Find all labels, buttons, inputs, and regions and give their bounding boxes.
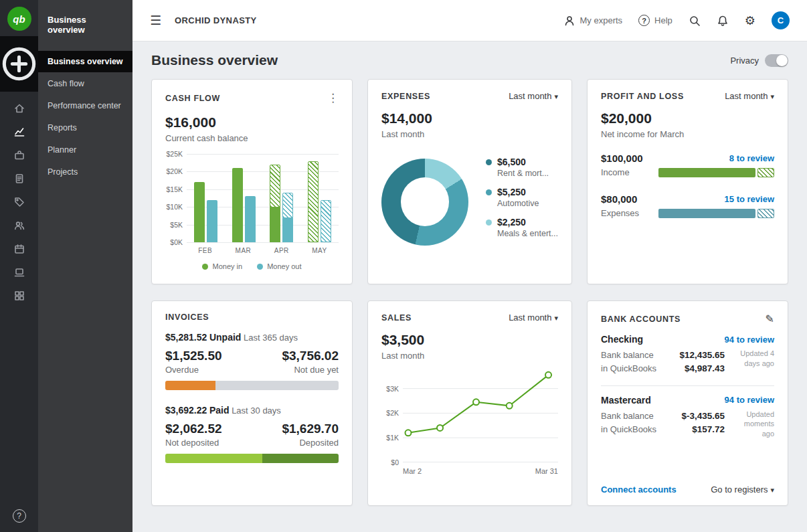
invoices-unpaid-bar[interactable] [165, 381, 339, 390]
tag-icon[interactable] [13, 196, 25, 208]
sales-period-dropdown[interactable]: Last month [509, 313, 558, 323]
to-review-link[interactable]: 15 to review [725, 194, 774, 204]
topbar: ☰ ORCHID DYNASTY My experts ? Help ⚙ C [132, 0, 807, 41]
my-experts-label: My experts [580, 15, 623, 25]
privacy-label: Privacy [730, 56, 759, 66]
y-tick-label: $5K [170, 221, 183, 229]
privacy-toggle[interactable] [765, 54, 788, 67]
paid-period: Last 30 days [232, 406, 281, 416]
bank-account-checking: Checking94 to reviewBank balancein Quick… [601, 334, 774, 376]
slice-amount: $5,250 [497, 187, 526, 197]
profit-loss-subtitle: Net income for March [601, 129, 774, 139]
cashflow-bar [308, 161, 319, 242]
cashflow-legend: Money inMoney out [165, 262, 339, 270]
toggle-knob [776, 55, 788, 66]
sales-title: SALES [381, 313, 412, 323]
notifications-bell-icon[interactable] [717, 15, 729, 27]
not-due-amount: $3,756.02 [282, 349, 339, 363]
sidebar-item-performance-center[interactable]: Performance center [38, 95, 132, 116]
search-icon[interactable] [689, 15, 701, 27]
bank-balance-label: Bank balance [601, 410, 681, 423]
sales-x-label-end: Mar 31 [535, 467, 558, 475]
x-tick-label: MAR [236, 247, 252, 254]
x-tick-label: APR [274, 247, 289, 254]
cash-flow-amount: $16,000 [165, 114, 339, 130]
slice-label: Automotive [497, 199, 558, 208]
sidebar: Business overview Business overviewCash … [38, 0, 132, 532]
sidebar-item-projects[interactable]: Projects [38, 161, 132, 183]
quickbooks-logo[interactable]: qb [7, 7, 31, 31]
sales-x-label-start: Mar 2 [403, 467, 422, 475]
y-tick-label: $10K [166, 203, 183, 211]
receipt-icon[interactable] [13, 173, 25, 185]
not-due-label: Not due yet [282, 365, 339, 375]
invoices-paid-bar[interactable] [165, 454, 339, 463]
chart-line-icon[interactable] [13, 126, 25, 138]
cashflow-bar [270, 165, 280, 242]
help-button[interactable]: ? Help [638, 15, 672, 26]
slice-amount: $2,250 [497, 217, 526, 228]
to-review-link[interactable]: 94 to review [725, 335, 774, 345]
to-review-link[interactable]: 94 to review [725, 395, 774, 405]
calendar-icon[interactable] [13, 243, 25, 255]
profit-loss-amount: $20,000 [601, 110, 774, 126]
hamburger-menu-icon[interactable]: ☰ [150, 13, 161, 28]
user-avatar[interactable]: C [772, 11, 790, 29]
company-name[interactable]: ORCHID DYNASTY [175, 15, 257, 25]
settings-gear-icon[interactable]: ⚙ [745, 15, 755, 27]
help-icon[interactable]: ? [13, 509, 26, 523]
gridline [187, 242, 339, 243]
add-new-section[interactable] [0, 36, 38, 92]
legend-dot-icon [486, 189, 492, 195]
cashflow-bar [232, 168, 243, 242]
legend-item: Money in [202, 262, 242, 270]
legend-dot-icon [486, 219, 492, 226]
sidebar-item-planner[interactable]: Planner [38, 139, 132, 161]
go-to-registers-dropdown[interactable]: Go to registers [711, 484, 774, 495]
legend-item: Money out [257, 262, 301, 270]
users-icon[interactable] [13, 219, 25, 232]
sidebar-item-cash-flow[interactable]: Cash flow [38, 73, 132, 94]
paid-amount: $3,692.22 [165, 405, 207, 416]
card-expenses: EXPENSES Last month $14,000 Last month $… [367, 79, 572, 284]
home-icon[interactable] [13, 102, 25, 114]
connect-accounts-link[interactable]: Connect accounts [601, 484, 677, 495]
bank-icon[interactable] [13, 149, 25, 161]
card-cash-flow: CASH FLOW ⋮ $16,000 Current cash balance… [151, 79, 353, 284]
apps-grid-icon[interactable] [13, 290, 25, 302]
sidebar-item-reports[interactable]: Reports [38, 117, 132, 139]
cashflow-months: FEBMARAPRMAY [187, 247, 339, 254]
profit-loss-title: PROFIT AND LOSS [601, 92, 684, 101]
icon-rail: qb ? [0, 0, 38, 532]
bar-group-mar [232, 154, 256, 242]
expenses-title: EXPENSES [381, 92, 430, 101]
pl-label: Expenses [601, 208, 658, 218]
to-review-link[interactable]: 8 to review [729, 153, 774, 163]
edit-pencil-icon[interactable]: ✎ [766, 313, 774, 325]
y-tick-label: $25K [166, 150, 183, 158]
expenses-period-dropdown[interactable]: Last month [509, 91, 558, 101]
expenses-subtitle: Last month [381, 129, 558, 139]
my-experts-button[interactable]: My experts [563, 15, 623, 27]
legend-dot-icon [257, 264, 263, 270]
donut-legend-item: $2,250Meals & entert... [486, 217, 558, 238]
cash-flow-chart: $25K$20K$15K$10K$5K$0K [165, 154, 339, 242]
y-tick-label: $0K [170, 238, 183, 246]
bank-balance-value: $12,435.65 [679, 349, 725, 362]
sales-plot [403, 370, 558, 462]
y-tick-label: $3K [386, 385, 399, 393]
kebab-menu-icon[interactable]: ⋮ [327, 91, 339, 105]
donut-legend-item: $5,250Automotive [486, 187, 558, 208]
dashboard-grid: CASH FLOW ⋮ $16,000 Current cash balance… [151, 79, 788, 506]
expenses-amount: $14,000 [381, 110, 558, 126]
sidebar-item-business-overview[interactable]: Business overview [38, 51, 132, 72]
overdue-amount: $1,525.50 [165, 349, 222, 363]
profit-loss-period-dropdown[interactable]: Last month [725, 91, 774, 101]
plus-circle-icon[interactable] [0, 45, 38, 83]
updated-status: Updated 4 days ago [733, 349, 774, 376]
bar-group-feb [194, 154, 217, 242]
pl-progress-bar [658, 168, 774, 177]
device-icon[interactable] [13, 266, 25, 278]
cash-flow-subtitle: Current cash balance [165, 133, 339, 143]
overdue-label: Overdue [165, 365, 222, 375]
